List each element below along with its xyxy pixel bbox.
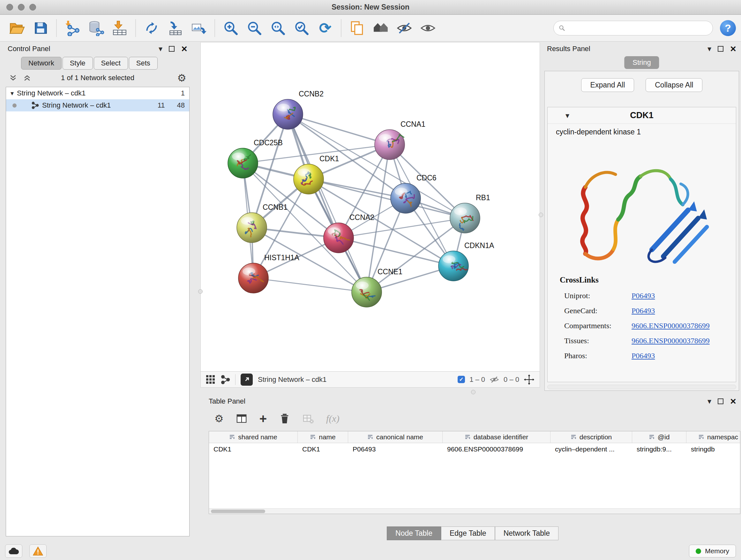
- save-session-button[interactable]: [29, 18, 52, 38]
- tab-edge-table[interactable]: Edge Table: [441, 526, 495, 540]
- network-edge[interactable]: [288, 114, 390, 145]
- close-panel-icon[interactable]: ✕: [181, 45, 188, 53]
- delete-column-icon[interactable]: [279, 413, 290, 424]
- copy-icon: [349, 20, 365, 36]
- network-view-icon[interactable]: [220, 375, 230, 384]
- expand-all-button[interactable]: Expand All: [581, 78, 634, 92]
- collapse-all-icon[interactable]: [23, 74, 31, 82]
- function-builder-icon[interactable]: f(x): [326, 413, 340, 424]
- warning-status-button[interactable]: [29, 544, 47, 558]
- export-image-button[interactable]: [187, 18, 211, 38]
- splitter-handle[interactable]: [198, 289, 203, 294]
- import-table-from-file-button[interactable]: [108, 18, 131, 38]
- hidden-eye-icon[interactable]: [489, 375, 499, 384]
- tab-network-table[interactable]: Network Table: [495, 526, 558, 540]
- table-cell: 9606.ENSP00000378699: [443, 445, 550, 453]
- close-panel-icon[interactable]: ✕: [730, 397, 737, 406]
- zoom-out-button[interactable]: [243, 18, 266, 38]
- expand-all-icon[interactable]: [9, 74, 17, 82]
- export-table-button[interactable]: [163, 18, 187, 38]
- network-canvas[interactable]: CCNB2CCNA1CDC25BCDK1CDC6RB1CCNB1CCNA2CDK…: [201, 43, 540, 371]
- crosslink-value-link[interactable]: P06493: [631, 352, 655, 360]
- scrollbar-thumb[interactable]: [211, 509, 265, 513]
- open-session-button[interactable]: [5, 18, 29, 38]
- cloud-status-button[interactable]: [5, 544, 22, 558]
- zoom-selected-button[interactable]: [290, 18, 313, 38]
- help-button[interactable]: ?: [720, 20, 736, 36]
- refresh-network-button[interactable]: ⟳: [313, 18, 337, 38]
- gear-icon[interactable]: ⚙: [177, 73, 186, 83]
- tab-network[interactable]: Network: [21, 57, 62, 70]
- minimize-window-button[interactable]: [18, 4, 24, 10]
- network-node[interactable]: CDC6: [391, 174, 436, 213]
- float-panel-icon[interactable]: [718, 398, 724, 404]
- tab-select[interactable]: Select: [94, 57, 128, 70]
- collapse-all-button[interactable]: Collapse All: [646, 78, 702, 92]
- import-network-from-database-button[interactable]: [84, 18, 108, 38]
- float-panel-icon[interactable]: [718, 46, 724, 52]
- network-edge[interactable]: [253, 278, 367, 292]
- network-node[interactable]: CCNA1: [375, 120, 425, 160]
- column-header[interactable]: @id: [632, 431, 686, 443]
- column-header[interactable]: canonical name: [348, 431, 443, 443]
- column-header[interactable]: database identifier: [443, 431, 550, 443]
- tab-sets[interactable]: Sets: [129, 57, 158, 70]
- tab-string[interactable]: String: [624, 56, 659, 69]
- collapse-panel-icon[interactable]: ▾: [158, 45, 162, 53]
- home-layout-button[interactable]: [369, 18, 393, 38]
- column-header[interactable]: description: [550, 431, 632, 443]
- zoom-window-button[interactable]: [29, 4, 36, 10]
- column-header[interactable]: name: [298, 431, 348, 443]
- close-panel-icon[interactable]: ✕: [730, 45, 737, 53]
- detach-view-button[interactable]: [241, 374, 253, 386]
- hide-graphics-details-button[interactable]: [393, 18, 416, 38]
- warning-icon: [33, 547, 43, 556]
- network-node[interactable]: HIST1H1A: [239, 253, 300, 293]
- network-node[interactable]: RB1: [450, 193, 490, 233]
- zoom-in-button[interactable]: [219, 18, 243, 38]
- network-row[interactable]: String Network – cdk1 11 48: [6, 99, 189, 111]
- column-header[interactable]: shared name: [209, 431, 298, 443]
- tab-style[interactable]: Style: [63, 57, 93, 70]
- node-label: CDKN1A: [464, 241, 494, 250]
- section-collapse-icon[interactable]: ▾: [565, 112, 569, 119]
- search-input[interactable]: [568, 24, 708, 32]
- collapse-panel-icon[interactable]: ▾: [708, 45, 711, 53]
- network-node[interactable]: CCNB2: [273, 90, 324, 129]
- add-column-icon[interactable]: +: [259, 414, 267, 424]
- results-scrollbar[interactable]: [547, 385, 736, 389]
- crosslink-value-link[interactable]: P06493: [631, 292, 655, 300]
- copy-document-button[interactable]: [345, 18, 369, 38]
- crosslink-value-link[interactable]: 9606.ENSP00000378699: [631, 321, 710, 330]
- network-node[interactable]: CCNB1: [237, 203, 287, 243]
- memory-button[interactable]: Memory: [689, 545, 736, 557]
- tab-node-table[interactable]: Node Table: [387, 526, 441, 540]
- close-window-button[interactable]: [6, 4, 13, 10]
- column-header-label: canonical name: [376, 433, 423, 441]
- network-collection-row[interactable]: ▾ String Network – cdk1 1: [6, 87, 189, 99]
- float-panel-icon[interactable]: [169, 46, 175, 52]
- tree-expand-icon[interactable]: ▾: [10, 90, 14, 97]
- network-edge[interactable]: [288, 114, 367, 292]
- network-node[interactable]: CDK1: [293, 154, 339, 194]
- import-network-from-file-button[interactable]: [61, 18, 84, 38]
- network-node[interactable]: CDKN1A: [439, 241, 494, 281]
- collapse-panel-icon[interactable]: ▾: [708, 397, 711, 405]
- show-columns-icon[interactable]: [236, 413, 247, 424]
- show-graphics-details-button[interactable]: [416, 18, 440, 38]
- grid-mode-icon[interactable]: [206, 375, 215, 384]
- table-gear-icon[interactable]: ⚙: [214, 414, 224, 424]
- horizontal-scrollbar[interactable]: [209, 508, 740, 514]
- zoom-fit-button[interactable]: [266, 18, 290, 38]
- crosslink-value-link[interactable]: 9606.ENSP00000378699: [631, 336, 710, 345]
- delete-table-icon[interactable]: [302, 413, 314, 424]
- table-cell: CDK1: [298, 445, 348, 453]
- splitter-handle[interactable]: [471, 390, 475, 394]
- sync-arrows-button[interactable]: [140, 18, 163, 38]
- crosslink-value-link[interactable]: P06493: [631, 307, 655, 315]
- table-row[interactable]: CDK1CDK1P064939606.ENSP00000378699cyclin…: [209, 443, 740, 455]
- column-header[interactable]: namespac: [686, 431, 740, 443]
- network-node[interactable]: CCNE1: [352, 267, 402, 307]
- selected-checkbox-icon[interactable]: ✓: [458, 376, 465, 383]
- pan-crosshair-icon[interactable]: [524, 374, 535, 385]
